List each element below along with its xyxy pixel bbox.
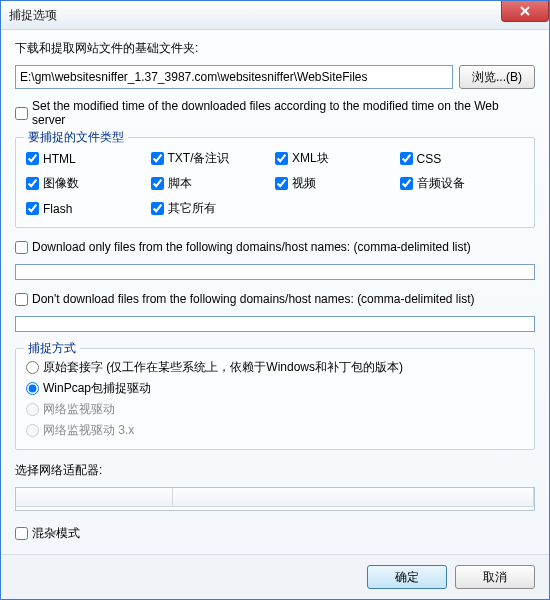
filetype-checkbox[interactable] <box>400 152 413 165</box>
filetype-checkbox[interactable] <box>275 152 288 165</box>
capture-method-radio[interactable] <box>26 361 39 374</box>
adapter-name: Realtek PCIe FE Family Controller <box>172 510 534 511</box>
close-icon <box>520 6 530 16</box>
cancel-button[interactable]: 取消 <box>455 565 535 589</box>
filetype-option[interactable]: XML块 <box>275 150 400 167</box>
filetype-option[interactable]: 音频设备 <box>400 175 525 192</box>
titlebar[interactable]: 捕捉选项 <box>1 1 549 30</box>
capture-method-label: 网络监视驱动 3.x <box>43 422 134 439</box>
adapter-list-header <box>16 488 534 507</box>
promiscuous-label: 混杂模式 <box>32 525 80 542</box>
window-title: 捕捉选项 <box>9 7 57 24</box>
capture-method-label: 网络监视驱动 <box>43 401 115 418</box>
dialog-body: 下载和提取网站文件的基础文件夹: 浏览...(B) Set the modifi… <box>1 30 549 554</box>
file-types-group: 要捕捉的文件类型 HTMLTXT/备注识XML块CSS图像数脚本视频音频设备Fl… <box>15 137 535 228</box>
adapter-label: 选择网络适配器: <box>15 462 535 479</box>
adapter-row[interactable]: 0.0.0.0 Realtek PCIe FE Family Controlle… <box>16 507 534 511</box>
filetype-option[interactable]: 视频 <box>275 175 400 192</box>
domains-exclude-label: Don't download files from the following … <box>32 292 474 306</box>
filetype-checkbox[interactable] <box>151 152 164 165</box>
ok-button[interactable]: 确定 <box>367 565 447 589</box>
adapter-ip: 0.0.0.0 <box>16 510 172 511</box>
filetype-option[interactable]: Flash <box>26 200 151 217</box>
filetype-label: 其它所有 <box>168 200 216 217</box>
filetype-label: 视频 <box>292 175 316 192</box>
capture-method-label: 原始套接字 (仅工作在某些系统上，依赖于Windows和补丁包的版本) <box>43 359 403 376</box>
filetype-option[interactable]: CSS <box>400 150 525 167</box>
filetype-checkbox[interactable] <box>400 177 413 190</box>
filetype-label: 音频设备 <box>417 175 465 192</box>
filetype-checkbox[interactable] <box>275 177 288 190</box>
filetype-checkbox[interactable] <box>151 177 164 190</box>
filetype-option[interactable]: 其它所有 <box>151 200 276 217</box>
filetype-option[interactable]: 脚本 <box>151 175 276 192</box>
filetype-label: Flash <box>43 202 72 216</box>
filetype-checkbox[interactable] <box>26 202 39 215</box>
filetype-checkbox[interactable] <box>26 177 39 190</box>
capture-method-group: 捕捉方式 原始套接字 (仅工作在某些系统上，依赖于Windows和补丁包的版本)… <box>15 348 535 450</box>
capture-method-option: 网络监视驱动 3.x <box>26 422 524 439</box>
close-button[interactable] <box>501 1 549 22</box>
capture-method-radio[interactable] <box>26 382 39 395</box>
capture-method-radio <box>26 424 39 437</box>
file-types-legend: 要捕捉的文件类型 <box>24 129 128 146</box>
domains-only-label: Download only files from the following d… <box>32 240 471 254</box>
capture-method-option[interactable]: WinPcap包捕捉驱动 <box>26 380 524 397</box>
promiscuous-checkbox[interactable] <box>15 527 28 540</box>
capture-method-option[interactable]: 原始套接字 (仅工作在某些系统上，依赖于Windows和补丁包的版本) <box>26 359 524 376</box>
capture-method-radio <box>26 403 39 416</box>
adapter-list[interactable]: 0.0.0.0 Realtek PCIe FE Family Controlle… <box>15 487 535 511</box>
browse-button[interactable]: 浏览...(B) <box>459 65 535 89</box>
capture-method-legend: 捕捉方式 <box>24 340 80 357</box>
filetype-checkbox[interactable] <box>151 202 164 215</box>
base-folder-input[interactable] <box>15 65 453 89</box>
dialog-footer: 确定 取消 <box>1 554 549 599</box>
filetype-checkbox[interactable] <box>26 152 39 165</box>
domains-only-input[interactable] <box>15 264 535 280</box>
capture-method-label: WinPcap包捕捉驱动 <box>43 380 151 397</box>
domains-exclude-checkbox[interactable] <box>15 293 28 306</box>
filetype-label: HTML <box>43 152 76 166</box>
base-folder-label: 下载和提取网站文件的基础文件夹: <box>15 40 535 57</box>
domains-only-checkbox[interactable] <box>15 241 28 254</box>
modified-time-checkbox[interactable] <box>15 107 28 120</box>
filetype-label: 图像数 <box>43 175 79 192</box>
filetype-label: 脚本 <box>168 175 192 192</box>
capture-method-option: 网络监视驱动 <box>26 401 524 418</box>
filetype-option[interactable]: 图像数 <box>26 175 151 192</box>
filetype-option[interactable]: HTML <box>26 150 151 167</box>
filetype-label: XML块 <box>292 150 329 167</box>
capture-options-window: 捕捉选项 下载和提取网站文件的基础文件夹: 浏览...(B) Set the m… <box>0 0 550 600</box>
filetype-option[interactable]: TXT/备注识 <box>151 150 276 167</box>
modified-time-label: Set the modified time of the downloaded … <box>32 99 535 127</box>
domains-exclude-input[interactable] <box>15 316 535 332</box>
filetype-label: CSS <box>417 152 442 166</box>
filetype-label: TXT/备注识 <box>168 150 230 167</box>
